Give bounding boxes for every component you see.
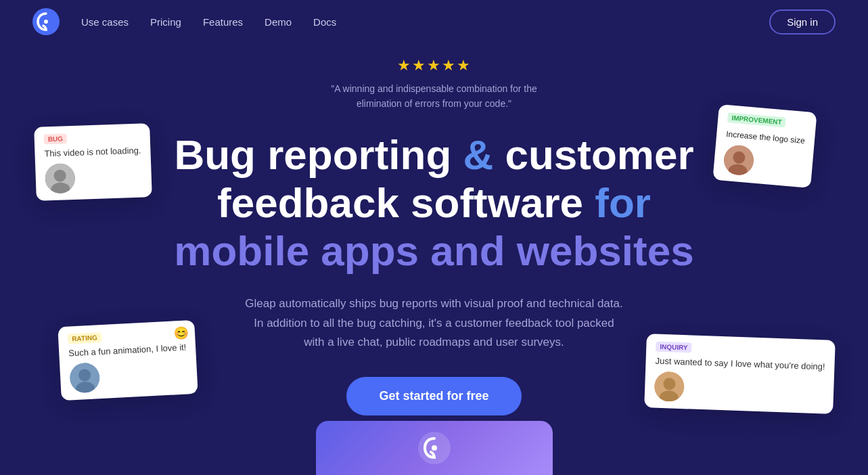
svg-point-8 — [663, 378, 676, 390]
svg-point-1 — [44, 20, 48, 24]
svg-point-5 — [728, 163, 748, 176]
improvement-tag: IMPROVEMENT — [727, 112, 786, 127]
rating-feedback-card: 😊 RATING Such a fun animation, I love it… — [58, 320, 198, 401]
rating-card-text: Such a fun animation, I love it! — [68, 341, 187, 359]
inquiry-tag: INQUIRY — [656, 341, 692, 353]
improvement-feedback-card: IMPROVEMENT Increase the logo size — [713, 104, 817, 188]
testimonial-quote: "A winning and indispensable combination… — [331, 81, 537, 112]
bug-card-text: This video is not loading. — [44, 145, 141, 160]
nav-docs[interactable]: Docs — [313, 16, 336, 28]
svg-point-6 — [78, 369, 91, 382]
improvement-avatar — [723, 144, 755, 177]
logo — [32, 8, 60, 35]
navbar: Use cases Pricing Features Demo Docs Sig… — [0, 0, 868, 43]
preview-logo — [418, 432, 451, 464]
hero-subtitle: Gleap automatically ships bug reports wi… — [245, 294, 624, 353]
nav-features[interactable]: Features — [203, 16, 243, 28]
nav-pricing[interactable]: Pricing — [150, 16, 181, 28]
improvement-card-text: Increase the logo size — [726, 129, 806, 147]
svg-point-9 — [659, 390, 679, 402]
rating-tag: RATING — [68, 332, 101, 344]
bug-feedback-card: BUG This video is not loading. — [34, 123, 152, 201]
nav-links: Use cases Pricing Features Demo Docs — [81, 16, 769, 28]
svg-point-4 — [733, 151, 746, 164]
nav-demo[interactable]: Demo — [265, 16, 292, 28]
nav-use-cases[interactable]: Use cases — [81, 16, 129, 28]
inquiry-feedback-card: INQUIRY Just wanted to say I love what y… — [644, 334, 836, 414]
star-rating: ★★★★★ — [397, 57, 472, 74]
svg-point-3 — [51, 182, 70, 194]
svg-point-11 — [432, 445, 437, 451]
bug-tag: BUG — [44, 133, 68, 144]
rating-emoji: 😊 — [173, 325, 189, 341]
inquiry-avatar — [654, 371, 685, 403]
hero-title: Bug reporting & customer feedback softwa… — [174, 131, 693, 275]
rating-avatar — [69, 362, 100, 393]
inquiry-card-text: Just wanted to say I love what you're do… — [655, 355, 825, 373]
bug-avatar — [45, 163, 76, 194]
app-preview-widget — [316, 421, 553, 475]
svg-point-7 — [76, 382, 95, 394]
cta-button[interactable]: Get started for free — [346, 377, 521, 415]
svg-point-2 — [53, 170, 66, 183]
signin-button[interactable]: Sign in — [769, 9, 836, 35]
